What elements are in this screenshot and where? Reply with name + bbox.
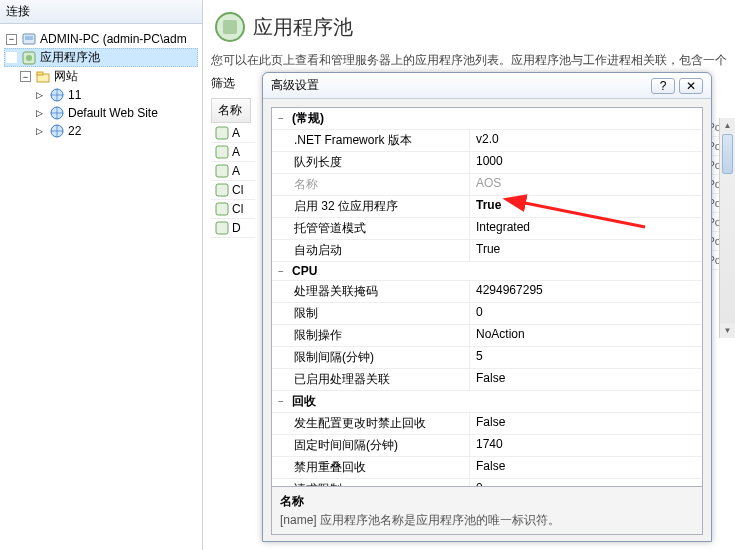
pg-row-affinity[interactable]: 处理器关联掩码4294967295: [272, 281, 702, 303]
dialog-title: 高级设置: [271, 77, 647, 94]
pg-category-general[interactable]: −(常规): [272, 108, 702, 130]
pg-row-name[interactable]: 名称AOS: [272, 174, 702, 196]
advanced-settings-dialog: 高级设置 ? ✕ −(常规) .NET Framework 版本v2.0 队列长…: [262, 72, 712, 542]
apppool-large-icon: [213, 10, 247, 44]
property-grid[interactable]: −(常规) .NET Framework 版本v2.0 队列长度1000 名称A…: [271, 107, 703, 487]
grid-row[interactable]: D: [211, 219, 255, 238]
pg-row-limit-interval[interactable]: 限制间隔(分钟)5: [272, 347, 702, 369]
svg-rect-12: [216, 146, 228, 158]
pg-row-queue[interactable]: 队列长度1000: [272, 152, 702, 174]
pg-row-enable32bit[interactable]: 启用 32 位应用程序True: [272, 196, 702, 218]
tree-site-label: 11: [68, 88, 81, 102]
tree-app-pools-node[interactable]: 应用程序池: [4, 48, 198, 67]
grid-cell: Cl: [232, 202, 243, 216]
grid-row[interactable]: Cl: [211, 200, 255, 219]
folder-icon: [35, 69, 51, 85]
tree-sites-label: 网站: [54, 68, 78, 85]
svg-rect-1: [25, 36, 33, 40]
grid-row[interactable]: Cl: [211, 181, 255, 200]
connections-header: 连接: [0, 0, 202, 24]
property-description: 名称 [name] 应用程序池名称是应用程序池的唯一标识符。: [271, 487, 703, 535]
tree-site-default[interactable]: ▷ Default Web Site: [4, 104, 198, 122]
dialog-body: −(常规) .NET Framework 版本v2.0 队列长度1000 名称A…: [263, 99, 711, 543]
grid-row[interactable]: A: [211, 162, 255, 181]
scroll-down-icon[interactable]: ▼: [720, 323, 735, 338]
grid-cell: Cl: [232, 183, 243, 197]
svg-rect-5: [37, 72, 43, 75]
collapse-icon[interactable]: −: [272, 108, 290, 129]
tree-app-pools-label: 应用程序池: [40, 49, 100, 66]
pg-row-disable-overlap[interactable]: 禁用重叠回收False: [272, 457, 702, 479]
page-title-row: 应用程序池: [211, 4, 727, 52]
tree-server-label: ADMIN-PC (admin-PC\adm: [40, 32, 187, 46]
pg-row-limit-action[interactable]: 限制操作NoAction: [272, 325, 702, 347]
pg-row-pipeline[interactable]: 托管管道模式Integrated: [272, 218, 702, 240]
page-description: 您可以在此页上查看和管理服务器上的应用程序池列表。应用程序池与工作进程相关联，包…: [211, 52, 727, 69]
scrollbar-vertical[interactable]: ▲ ▼: [719, 118, 735, 338]
tree-site-label: 22: [68, 124, 81, 138]
svg-point-3: [26, 55, 32, 61]
collapse-icon[interactable]: −: [272, 391, 290, 412]
tree-sites-node[interactable]: − 网站: [4, 67, 198, 86]
grid-cell: A: [232, 126, 240, 140]
dialog-titlebar[interactable]: 高级设置 ? ✕: [263, 73, 711, 99]
svg-rect-10: [223, 20, 237, 34]
apppool-icon: [215, 126, 229, 140]
tree-twisty-icon[interactable]: −: [20, 71, 31, 82]
grid-cell: A: [232, 145, 240, 159]
apppool-icon: [215, 221, 229, 235]
globe-icon: [49, 87, 65, 103]
svg-rect-11: [216, 127, 228, 139]
pg-category-cpu[interactable]: −CPU: [272, 262, 702, 281]
apppool-icon: [215, 145, 229, 159]
grid-row[interactable]: A: [211, 124, 255, 143]
pg-category-recycle[interactable]: −回收: [272, 391, 702, 413]
grid-cell: D: [232, 221, 241, 235]
tree-site-label: Default Web Site: [68, 106, 158, 120]
pg-row-limit[interactable]: 限制0: [272, 303, 702, 325]
server-icon: [21, 31, 37, 47]
scroll-up-icon[interactable]: ▲: [720, 118, 735, 133]
desc-title: 名称: [280, 493, 694, 510]
pg-row-netframework[interactable]: .NET Framework 版本v2.0: [272, 130, 702, 152]
grid-row[interactable]: A: [211, 143, 255, 162]
svg-rect-16: [216, 222, 228, 234]
apppool-icon: [21, 50, 37, 66]
pg-row-request-limit[interactable]: 请求限制0: [272, 479, 702, 487]
help-button[interactable]: ?: [651, 78, 675, 94]
grid-header-name[interactable]: 名称: [211, 98, 251, 123]
page-title: 应用程序池: [253, 14, 353, 41]
tree-site-22[interactable]: ▷ 22: [4, 122, 198, 140]
svg-rect-13: [216, 165, 228, 177]
tree-twisty-icon[interactable]: −: [6, 34, 17, 45]
svg-rect-14: [216, 184, 228, 196]
pg-row-fixed-interval[interactable]: 固定时间间隔(分钟)1740: [272, 435, 702, 457]
grid-cell: A: [232, 164, 240, 178]
apppool-icon: [215, 164, 229, 178]
scroll-thumb[interactable]: [722, 134, 733, 174]
tree-site-11[interactable]: ▷ 11: [4, 86, 198, 104]
apppool-icon: [215, 202, 229, 216]
close-button[interactable]: ✕: [679, 78, 703, 94]
desc-text: [name] 应用程序池名称是应用程序池的唯一标识符。: [280, 512, 694, 529]
tree-spacer-icon: [6, 52, 17, 63]
collapse-icon[interactable]: −: [272, 262, 290, 280]
pg-row-affinity-enabled[interactable]: 已启用处理器关联False: [272, 369, 702, 391]
pg-row-disable-recycle[interactable]: 发生配置更改时禁止回收False: [272, 413, 702, 435]
connections-tree: − ADMIN-PC (admin-PC\adm 应用程序池 − 网站 ▷ 11…: [0, 24, 202, 146]
chevron-right-icon[interactable]: ▷: [34, 108, 45, 119]
filter-label: 筛选: [211, 75, 237, 92]
svg-rect-15: [216, 203, 228, 215]
pg-row-autostart[interactable]: 自动启动True: [272, 240, 702, 262]
globe-icon: [49, 123, 65, 139]
chevron-right-icon[interactable]: ▷: [34, 90, 45, 101]
grid-rows: AAAClClD: [211, 124, 255, 238]
connections-panel: 连接 − ADMIN-PC (admin-PC\adm 应用程序池 − 网站 ▷…: [0, 0, 203, 550]
chevron-right-icon[interactable]: ▷: [34, 126, 45, 137]
apppool-icon: [215, 183, 229, 197]
tree-server-node[interactable]: − ADMIN-PC (admin-PC\adm: [4, 30, 198, 48]
globe-icon: [49, 105, 65, 121]
